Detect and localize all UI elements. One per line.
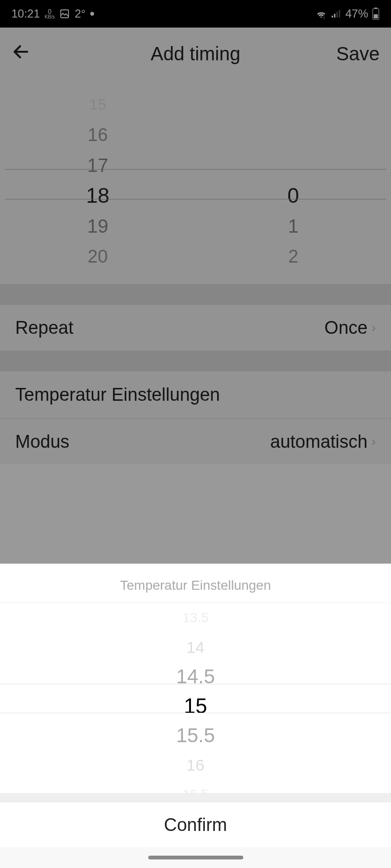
picker-item-selected: 15 bbox=[0, 691, 391, 721]
confirm-button[interactable]: Confirm bbox=[0, 800, 391, 847]
temperature-picker[interactable]: 13.5 14 14.5 15 15.5 16 16.5 bbox=[0, 603, 391, 793]
sheet-gap bbox=[0, 793, 391, 800]
picker-item: 14.5 bbox=[0, 662, 391, 691]
navigation-bar bbox=[0, 847, 391, 868]
nav-handle[interactable] bbox=[148, 856, 243, 859]
temperature-bottom-sheet: Temperatur Einstellungen 13.5 14 14.5 15… bbox=[0, 564, 391, 868]
picker-item: 13.5 bbox=[0, 603, 391, 632]
picker-item: 14 bbox=[0, 632, 391, 662]
sheet-title: Temperatur Einstellungen bbox=[0, 564, 391, 603]
picker-item: 16 bbox=[0, 750, 391, 780]
picker-item: 16.5 bbox=[0, 780, 391, 793]
picker-item: 15.5 bbox=[0, 721, 391, 750]
